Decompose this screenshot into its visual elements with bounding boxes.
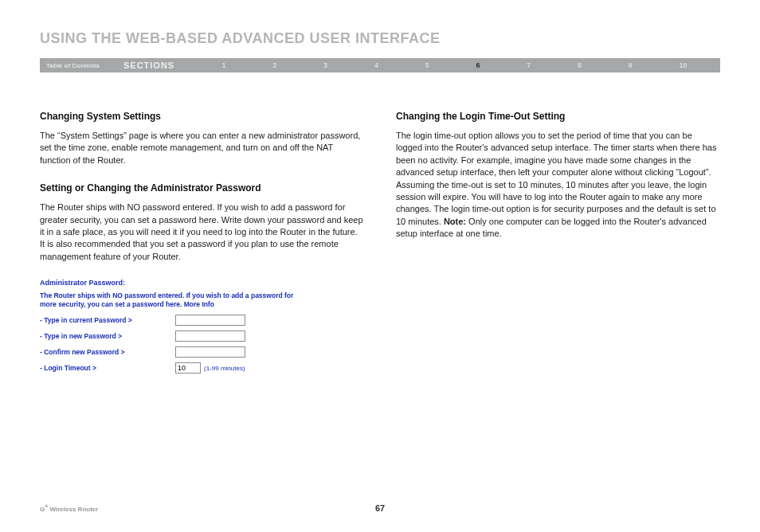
section-link-5[interactable]: 5	[422, 61, 433, 69]
more-info-link[interactable]: More Info	[184, 300, 214, 308]
login-timeout-hint: (1-99 minutes)	[204, 365, 245, 372]
page-number: 67	[375, 503, 385, 513]
label-new-password: Type in new Password >	[40, 332, 175, 340]
section-link-2[interactable]: 2	[269, 61, 280, 69]
admin-form-desc-text: The Router ships with NO password entere…	[40, 291, 293, 308]
paragraph-admin-password: The Router ships with NO password entere…	[40, 201, 364, 263]
section-link-9[interactable]: 9	[625, 61, 636, 69]
label-current-password: Type in current Password >	[40, 316, 175, 324]
product-name: G+ Wireless Router	[40, 503, 98, 513]
heading-admin-password: Setting or Changing the Administrator Pa…	[40, 182, 364, 194]
new-password-input[interactable]	[175, 331, 245, 342]
section-numbers: 1 2 3 4 5 6 7 8 9 10	[198, 61, 711, 69]
heading-login-timeout: Changing the Login Time-Out Setting	[396, 111, 720, 122]
heading-system-settings: Changing System Settings	[40, 111, 364, 122]
current-password-input[interactable]	[175, 315, 245, 326]
right-column: Changing the Login Time-Out Setting The …	[396, 111, 720, 378]
section-link-3[interactable]: 3	[320, 61, 331, 69]
section-link-4[interactable]: 4	[371, 61, 382, 69]
toc-link[interactable]: Table of Contents	[46, 62, 100, 69]
section-link-7[interactable]: 7	[523, 61, 534, 69]
admin-form-heading: Administrator Password:	[40, 279, 295, 287]
admin-password-form: Administrator Password: The Router ships…	[40, 279, 295, 374]
note-label: Note:	[444, 217, 466, 226]
confirm-password-input[interactable]	[175, 346, 245, 358]
label-confirm-password: Confirm new Password >	[40, 348, 175, 356]
label-login-timeout: Login Timeout >	[40, 364, 175, 372]
footer: G+ Wireless Router 67	[40, 503, 720, 513]
login-timeout-input[interactable]	[175, 362, 201, 374]
sections-label: SECTIONS	[123, 61, 174, 70]
section-link-6[interactable]: 6	[472, 61, 483, 69]
left-column: Changing System Settings The “System Set…	[40, 111, 364, 378]
timeout-text-prefix: The login time-out option allows you to …	[396, 131, 716, 226]
section-link-10[interactable]: 10	[676, 61, 690, 69]
paragraph-system-settings: The “System Settings” page is where you …	[40, 130, 364, 166]
section-link-1[interactable]: 1	[219, 61, 229, 69]
admin-form-description: The Router ships with NO password entere…	[40, 291, 295, 308]
section-link-8[interactable]: 8	[574, 61, 585, 69]
paragraph-login-timeout: The login time-out option allows you to …	[396, 130, 720, 241]
page-title: USING THE WEB-BASED ADVANCED USER INTERF…	[40, 30, 720, 47]
section-nav: Table of Contents SECTIONS 1 2 3 4 5 6 7…	[40, 58, 720, 72]
